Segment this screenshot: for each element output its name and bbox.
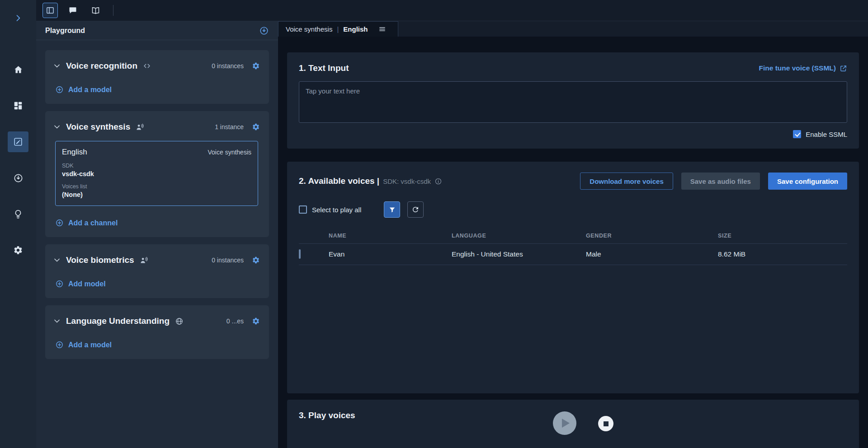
expand-sidebar-button[interactable] (8, 8, 28, 28)
text-input-section: 1. Text Input Fine tune voice (SSML) Ena… (287, 52, 859, 149)
save-audio-files-button[interactable]: Save as audio files (681, 173, 760, 190)
guide-button[interactable] (88, 3, 103, 18)
playground-header: Playground (36, 21, 278, 40)
voice-name: Evan (329, 250, 452, 258)
filter-voices-button[interactable] (384, 201, 400, 218)
add-model-label: Add model (68, 280, 106, 288)
add-channel-label: Add a channel (68, 219, 118, 227)
enable-ssml-label: Enable SSML (806, 131, 847, 138)
add-model-button[interactable]: Add model (52, 280, 260, 288)
download-circle-icon (259, 26, 269, 36)
gear-icon (252, 62, 260, 70)
panel-layout-button[interactable] (42, 3, 58, 18)
sdk-label: SDK (62, 163, 251, 169)
fine-tune-ssml-link[interactable]: Fine tune voice (SSML) (759, 64, 847, 72)
chat-button[interactable] (65, 3, 80, 18)
plus-circle-icon (55, 341, 64, 349)
download-icon (13, 173, 24, 183)
download-more-voices-button[interactable]: Download more voices (580, 173, 673, 190)
left-rail (0, 0, 36, 448)
voices-list-label: Voices list (62, 183, 251, 190)
card-settings-button[interactable] (252, 256, 260, 264)
model-cards: Voice recognition 0 instances Add a mode… (36, 50, 278, 359)
refresh-icon (411, 205, 420, 214)
gear-icon (252, 123, 260, 131)
play-button[interactable] (553, 411, 576, 435)
tab-strip: Voice synthesis | English (278, 21, 868, 37)
plus-circle-icon (55, 85, 64, 94)
top-toolbar (36, 0, 868, 21)
toolbar-divider (113, 5, 113, 16)
column-language: LANGUAGE (452, 233, 586, 239)
card-settings-button[interactable] (252, 62, 260, 70)
home-nav-button[interactable] (8, 59, 28, 80)
collapse-chevron-icon[interactable] (52, 317, 61, 326)
enable-ssml-checkbox[interactable] (793, 130, 801, 138)
collapse-chevron-icon[interactable] (52, 61, 61, 70)
tab-sublabel: English (343, 25, 368, 33)
tab-divider: | (337, 25, 339, 33)
instance-count: 0 instances (212, 257, 244, 264)
card-voice-biometrics: Voice biometrics 0 instances Add model (45, 244, 269, 298)
external-link-icon (840, 65, 847, 72)
chevron-right-icon (14, 14, 23, 23)
tab-menu-button[interactable] (378, 25, 386, 33)
ideas-nav-button[interactable] (8, 204, 28, 224)
play-voices-section: 3. Play voices (287, 400, 859, 448)
add-channel-button[interactable]: Add a channel (52, 219, 260, 227)
row-checkbox[interactable] (299, 249, 301, 259)
table-header-row: NAME LANGUAGE GENDER SIZE (299, 228, 847, 244)
refresh-voices-button[interactable] (407, 201, 424, 218)
channel-type: Voice synthesis (208, 149, 252, 156)
select-all-label: Select to play all (312, 206, 361, 214)
dashboard-icon (13, 101, 23, 111)
section-title: 1. Text Input (299, 63, 349, 73)
column-name: NAME (329, 233, 452, 239)
add-model-button[interactable]: Add a model (52, 85, 260, 94)
card-language-understanding: Language Understanding 0 ...es Add a mod… (45, 305, 269, 359)
table-row[interactable]: Evan English - United States Male 8.62 M… (299, 244, 847, 265)
playground-panel: Playground Voice recognition 0 instances (36, 21, 278, 448)
gear-icon (13, 245, 23, 255)
voice-biometrics-icon (140, 256, 148, 265)
fine-tune-label: Fine tune voice (SSML) (759, 64, 836, 72)
card-title: Language Understanding (66, 316, 170, 326)
text-input-field[interactable] (299, 81, 847, 123)
card-voice-synthesis: Voice synthesis 1 instance English Voice… (45, 111, 269, 237)
settings-nav-button[interactable] (8, 240, 28, 261)
card-settings-button[interactable] (252, 317, 260, 325)
stop-button[interactable] (598, 416, 613, 431)
voice-size: 8.62 MiB (718, 250, 847, 258)
chat-icon (68, 6, 77, 15)
instance-count: 0 ...es (226, 317, 244, 325)
add-model-label: Add a model (68, 86, 112, 94)
channel-card-english[interactable]: English Voice synthesis SDK vsdk-csdk Vo… (55, 141, 258, 206)
card-settings-button[interactable] (252, 123, 260, 131)
info-icon[interactable] (434, 177, 442, 185)
home-icon (13, 65, 24, 75)
add-model-button[interactable]: Add a model (52, 341, 260, 349)
column-size: SIZE (718, 233, 847, 239)
filter-icon (388, 206, 396, 214)
downloads-nav-button[interactable] (8, 168, 28, 188)
instance-count: 1 instance (215, 123, 244, 131)
available-voices-section: 2. Available voices | SDK: vsdk-csdk Dow… (287, 162, 859, 393)
select-all-checkbox[interactable] (299, 205, 307, 214)
voice-gender: Male (586, 250, 718, 258)
channel-name: English (62, 148, 87, 157)
stop-icon (604, 421, 609, 426)
add-model-label: Add a model (68, 341, 112, 349)
code-icon (143, 62, 151, 70)
playground-icon (13, 137, 23, 147)
playground-nav-button[interactable] (8, 131, 28, 152)
tab-voice-synthesis-english[interactable]: Voice synthesis | English (278, 21, 398, 37)
dashboard-nav-button[interactable] (8, 95, 28, 116)
collapse-chevron-icon[interactable] (52, 122, 61, 131)
lightbulb-icon (13, 209, 23, 219)
collapse-chevron-icon[interactable] (52, 256, 61, 265)
save-configuration-button[interactable]: Save configuration (768, 173, 847, 190)
hamburger-icon (378, 25, 386, 33)
section-title: 2. Available voices | (299, 176, 379, 186)
plus-circle-icon (55, 280, 64, 288)
download-playground-button[interactable] (259, 26, 269, 36)
